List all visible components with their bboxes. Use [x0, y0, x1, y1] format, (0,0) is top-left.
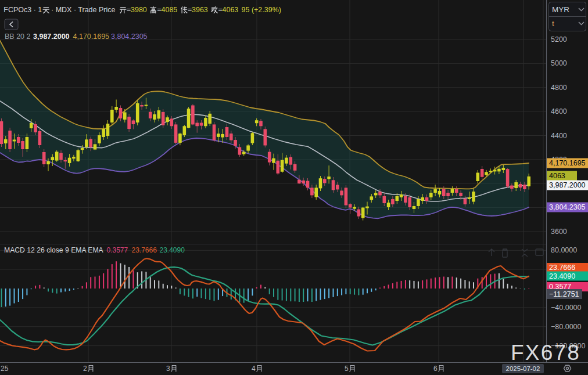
- svg-text:0.3577: 0.3577: [107, 246, 128, 254]
- svg-text:23.7666: 23.7666: [132, 246, 157, 254]
- svg-text:−11.2751: −11.2751: [549, 290, 579, 298]
- svg-text:5: 5: [345, 365, 349, 373]
- svg-text:5200: 5200: [551, 35, 567, 44]
- svg-text:2: 2: [83, 365, 87, 373]
- svg-text:3,804.2305: 3,804.2305: [111, 33, 148, 41]
- svg-text:3963: 3963: [192, 6, 208, 14]
- svg-text:95 (+2.39%): 95 (+2.39%): [242, 6, 281, 14]
- svg-text:3600: 3600: [551, 228, 567, 236]
- svg-text:6: 6: [433, 365, 438, 373]
- svg-text:4400: 4400: [551, 132, 567, 140]
- svg-text:3: 3: [166, 365, 170, 373]
- svg-text:−40.0000: −40.0000: [551, 304, 582, 312]
- svg-text:FCPOc3 · 1: FCPOc3 · 1: [3, 6, 42, 14]
- svg-text:4,170.1695: 4,170.1695: [549, 159, 586, 167]
- svg-text:2025-07-02: 2025-07-02: [506, 365, 540, 372]
- svg-text:23.4090: 23.4090: [549, 272, 575, 280]
- svg-text:BB 20 2: BB 20 2: [5, 33, 31, 41]
- svg-text:MACD 12 26 close 9 EMA EMA: MACD 12 26 close 9 EMA EMA: [4, 246, 104, 254]
- svg-text:· MDX · Trade Price: · MDX · Trade Price: [51, 6, 115, 14]
- svg-text:80.0000: 80.0000: [551, 246, 577, 254]
- svg-text:t: t: [552, 19, 554, 28]
- svg-text:3,804.2305: 3,804.2305: [549, 203, 586, 211]
- svg-text:25: 25: [1, 365, 9, 373]
- svg-text:3,987.2000: 3,987.2000: [33, 33, 70, 41]
- svg-text:FX678: FX678: [511, 341, 580, 365]
- svg-text:4600: 4600: [551, 107, 567, 116]
- svg-text:4063: 4063: [549, 172, 565, 180]
- svg-text:3980: 3980: [131, 6, 147, 14]
- svg-text:MYR: MYR: [552, 5, 569, 14]
- svg-text:4085: 4085: [162, 6, 178, 14]
- svg-text:23.4090: 23.4090: [160, 246, 185, 254]
- svg-text:4063: 4063: [223, 6, 239, 14]
- svg-text:5000: 5000: [551, 59, 567, 67]
- svg-text:4: 4: [252, 365, 256, 373]
- svg-text:−80.0000: −80.0000: [551, 323, 582, 331]
- svg-text:23.7666: 23.7666: [549, 264, 575, 272]
- svg-text:4800: 4800: [551, 84, 567, 92]
- svg-text:3,987.2000: 3,987.2000: [549, 181, 586, 189]
- svg-text:4,170.1695: 4,170.1695: [73, 33, 110, 41]
